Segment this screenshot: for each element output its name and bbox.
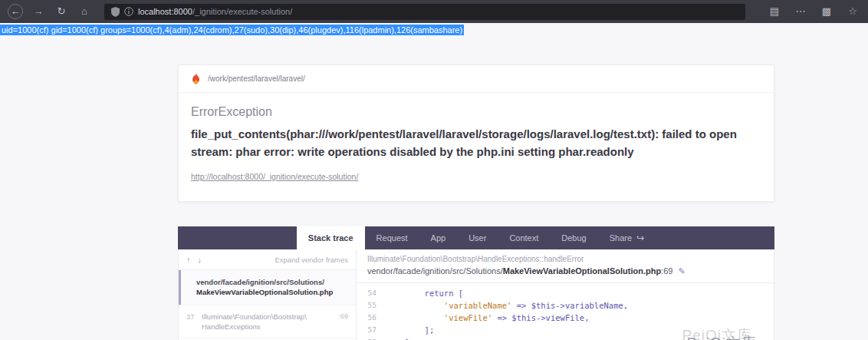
site-info-icon[interactable] bbox=[124, 7, 133, 16]
file-name: MakeViewVariableOptionalSolution.php bbox=[503, 266, 661, 276]
error-card: /work/pentest/laravel/laravel/ ErrorExce… bbox=[178, 64, 774, 202]
back-icon[interactable]: ← bbox=[8, 4, 23, 19]
error-card-header: /work/pentest/laravel/laravel/ bbox=[179, 65, 774, 93]
expand-vendor-frames-button[interactable]: Expand vendor frames bbox=[275, 256, 348, 264]
frame-item-active[interactable]: vendor/facade/ignition/src/Solutions/Mak… bbox=[179, 270, 356, 305]
overflow-menu-icon[interactable]: ⋯ bbox=[793, 4, 808, 19]
code-line: 57 ]; bbox=[357, 324, 774, 336]
code-line: 56 'viewFile' => $this->viewFile, bbox=[357, 312, 774, 324]
browser-toolbar: ← → ↻ ⌂ localhost:8000/_ignition/execute… bbox=[0, 0, 868, 23]
frames-list: vendor/facade/ignition/src/Solutions/Mak… bbox=[179, 270, 356, 340]
tab-share[interactable]: Share↪ bbox=[598, 226, 656, 249]
selected-text[interactable]: uid=1000(cf) gid=1000(cf) groups=1000(cf… bbox=[0, 25, 464, 35]
frames-header: ↑ ↓ Expand vendor frames bbox=[179, 249, 356, 270]
tab-user[interactable]: User bbox=[457, 226, 498, 249]
star-icon[interactable]: ☆ bbox=[845, 4, 860, 19]
flare-flame-icon bbox=[191, 73, 201, 84]
code-line: 58 } bbox=[357, 336, 774, 340]
tab-app[interactable]: App bbox=[419, 226, 458, 249]
share-icon: ↪ bbox=[636, 233, 644, 243]
tab-debug[interactable]: Debug bbox=[550, 226, 597, 249]
edit-pencil-icon[interactable]: ✎ bbox=[678, 266, 685, 276]
file-path: vendor/facade/ignition/src/Solutions/Mak… bbox=[367, 266, 763, 276]
page-actions-icon[interactable]: ▤ bbox=[767, 4, 782, 19]
shield-icon[interactable] bbox=[111, 7, 120, 17]
code-column: Illuminate\Foundation\Bootstrap\HandleEx… bbox=[357, 249, 774, 340]
reload-icon[interactable]: ↻ bbox=[54, 4, 69, 19]
url-bar[interactable]: localhost:8000/_ignition/execute-solutio… bbox=[104, 4, 745, 20]
handler-method: Illuminate\Foundation\Bootstrap\HandleEx… bbox=[367, 255, 763, 263]
url-path: /_ignition/execute-solution/ bbox=[192, 7, 292, 16]
frames-column: ↑ ↓ Expand vendor frames vendor/facade/i… bbox=[179, 249, 357, 340]
code-line: 55 'variableName' => $this->variableName… bbox=[357, 299, 774, 312]
url-host: localhost:8000 bbox=[138, 7, 192, 16]
frame-item-vendor[interactable]: 37Illuminate\Foundation\Bootstrap\ Handl… bbox=[179, 305, 356, 338]
file-path-prefix: vendor/facade/ignition/src/Solutions/ bbox=[367, 266, 503, 276]
toolbar-right-icons: ▤ ⋯ ▩ ☆ bbox=[756, 4, 860, 19]
app-path: /work/pentest/laravel/laravel/ bbox=[208, 74, 305, 83]
tab-request[interactable]: Request bbox=[365, 226, 419, 249]
stack-trace-panel: ↑ ↓ Expand vendor frames vendor/facade/i… bbox=[178, 249, 774, 340]
tab-bar-tabs: Stack traceRequestAppUserContextDebugSha… bbox=[297, 226, 656, 249]
code-header: Illuminate\Foundation\Bootstrap\HandleEx… bbox=[357, 249, 774, 283]
tab-stack-trace[interactable]: Stack trace bbox=[297, 226, 365, 249]
exception-url-link[interactable]: http://localhost:8000/_ignition/execute-… bbox=[191, 172, 358, 181]
home-icon[interactable]: ⌂ bbox=[77, 4, 92, 19]
exception-message: file_put_contents(phar:///work/pentest/l… bbox=[191, 126, 761, 160]
sort-arrows-icon[interactable]: ↑ ↓ bbox=[186, 255, 204, 264]
file-line: :69 bbox=[661, 266, 672, 276]
code-lines: 54 return [55 'variableName' => $this->v… bbox=[357, 283, 774, 340]
forward-icon[interactable]: → bbox=[31, 4, 46, 19]
exception-class: ErrorException bbox=[191, 105, 761, 119]
bookmarks-icon[interactable]: ▩ bbox=[819, 4, 834, 19]
error-card-body: ErrorException file_put_contents(phar://… bbox=[179, 93, 774, 201]
tab-context[interactable]: Context bbox=[498, 226, 550, 249]
command-output-line: uid=1000(cf) gid=1000(cf) groups=1000(cf… bbox=[0, 23, 868, 35]
ignition-tab-bar: Stack traceRequestAppUserContextDebugSha… bbox=[178, 226, 774, 249]
code-line: 54 return [ bbox=[357, 287, 774, 299]
